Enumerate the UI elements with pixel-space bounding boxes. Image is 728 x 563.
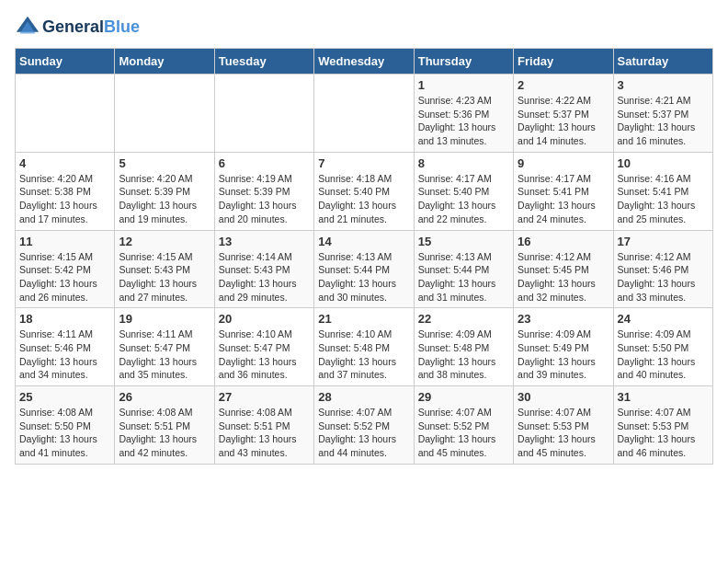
calendar-cell: 21Sunrise: 4:10 AMSunset: 5:48 PMDayligh… — [314, 308, 414, 386]
calendar-cell: 30Sunrise: 4:07 AMSunset: 5:53 PMDayligh… — [514, 386, 613, 465]
day-number: 1 — [418, 78, 509, 92]
day-number: 21 — [318, 312, 409, 326]
day-info: Sunrise: 4:07 AMSunset: 5:52 PMDaylight:… — [318, 406, 409, 460]
calendar-cell: 9Sunrise: 4:17 AMSunset: 5:41 PMDaylight… — [514, 152, 613, 230]
logo-text: GeneralBlue — [42, 18, 140, 37]
day-number: 15 — [418, 235, 509, 248]
day-info: Sunrise: 4:08 AMSunset: 5:51 PMDaylight:… — [219, 406, 310, 460]
day-number: 31 — [618, 390, 709, 404]
day-number: 28 — [318, 390, 409, 404]
day-info: Sunrise: 4:14 AMSunset: 5:43 PMDaylight:… — [219, 250, 310, 304]
day-info: Sunrise: 4:20 AMSunset: 5:39 PMDaylight:… — [119, 172, 210, 226]
calendar-cell — [314, 75, 414, 153]
week-row-3: 11Sunrise: 4:15 AMSunset: 5:42 PMDayligh… — [16, 230, 713, 308]
weekday-header-row: SundayMondayTuesdayWednesdayThursdayFrid… — [16, 49, 713, 75]
day-number: 19 — [119, 312, 210, 326]
day-info: Sunrise: 4:07 AMSunset: 5:52 PMDaylight:… — [418, 406, 509, 460]
day-info: Sunrise: 4:11 AMSunset: 5:47 PMDaylight:… — [119, 327, 210, 382]
day-number: 12 — [119, 235, 210, 248]
day-number: 4 — [19, 156, 110, 170]
day-number: 13 — [219, 235, 310, 248]
day-info: Sunrise: 4:17 AMSunset: 5:40 PMDaylight:… — [418, 172, 509, 226]
day-info: Sunrise: 4:21 AMSunset: 5:37 PMDaylight:… — [618, 94, 709, 148]
page-header: GeneralBlue — [15, 15, 713, 40]
calendar-cell: 27Sunrise: 4:08 AMSunset: 5:51 PMDayligh… — [214, 386, 313, 465]
calendar-cell: 4Sunrise: 4:20 AMSunset: 5:38 PMDaylight… — [16, 152, 115, 230]
day-info: Sunrise: 4:15 AMSunset: 5:42 PMDaylight:… — [19, 250, 110, 304]
calendar-cell: 22Sunrise: 4:09 AMSunset: 5:48 PMDayligh… — [414, 308, 513, 386]
day-number: 3 — [618, 78, 709, 92]
day-number: 23 — [518, 312, 609, 326]
calendar-cell: 3Sunrise: 4:21 AMSunset: 5:37 PMDaylight… — [613, 75, 712, 153]
calendar-cell: 19Sunrise: 4:11 AMSunset: 5:47 PMDayligh… — [115, 308, 214, 386]
calendar-cell: 17Sunrise: 4:12 AMSunset: 5:46 PMDayligh… — [613, 230, 712, 308]
calendar-table: SundayMondayTuesdayWednesdayThursdayFrid… — [15, 48, 713, 465]
week-row-5: 25Sunrise: 4:08 AMSunset: 5:50 PMDayligh… — [16, 386, 713, 465]
day-number: 8 — [418, 156, 509, 170]
calendar-cell: 12Sunrise: 4:15 AMSunset: 5:43 PMDayligh… — [115, 230, 214, 308]
day-number: 22 — [418, 312, 509, 326]
day-number: 18 — [19, 312, 110, 326]
day-number: 27 — [219, 390, 310, 404]
day-info: Sunrise: 4:20 AMSunset: 5:38 PMDaylight:… — [19, 172, 110, 226]
calendar-cell — [214, 75, 313, 153]
day-info: Sunrise: 4:10 AMSunset: 5:48 PMDaylight:… — [318, 327, 409, 382]
calendar-cell: 26Sunrise: 4:08 AMSunset: 5:51 PMDayligh… — [115, 386, 214, 465]
day-number: 6 — [219, 156, 310, 170]
day-info: Sunrise: 4:08 AMSunset: 5:51 PMDaylight:… — [119, 406, 210, 460]
day-number: 24 — [618, 312, 709, 326]
day-info: Sunrise: 4:09 AMSunset: 5:48 PMDaylight:… — [418, 327, 509, 382]
day-info: Sunrise: 4:07 AMSunset: 5:53 PMDaylight:… — [618, 406, 709, 460]
weekday-header-thursday: Thursday — [414, 49, 513, 75]
day-number: 16 — [518, 235, 609, 248]
weekday-header-monday: Monday — [115, 49, 214, 75]
calendar-cell: 2Sunrise: 4:22 AMSunset: 5:37 PMDaylight… — [514, 75, 613, 153]
weekday-header-wednesday: Wednesday — [314, 49, 414, 75]
day-info: Sunrise: 4:15 AMSunset: 5:43 PMDaylight:… — [119, 250, 210, 304]
day-info: Sunrise: 4:10 AMSunset: 5:47 PMDaylight:… — [219, 327, 310, 382]
calendar-cell: 24Sunrise: 4:09 AMSunset: 5:50 PMDayligh… — [613, 308, 712, 386]
day-info: Sunrise: 4:13 AMSunset: 5:44 PMDaylight:… — [418, 250, 509, 304]
day-info: Sunrise: 4:23 AMSunset: 5:36 PMDaylight:… — [418, 94, 509, 148]
day-number: 11 — [19, 235, 110, 248]
calendar-cell — [16, 75, 115, 153]
logo: GeneralBlue — [15, 15, 140, 40]
weekday-header-friday: Friday — [514, 49, 613, 75]
calendar-cell: 10Sunrise: 4:16 AMSunset: 5:41 PMDayligh… — [613, 152, 712, 230]
day-info: Sunrise: 4:19 AMSunset: 5:39 PMDaylight:… — [219, 172, 310, 226]
weekday-header-sunday: Sunday — [16, 49, 115, 75]
calendar-cell: 11Sunrise: 4:15 AMSunset: 5:42 PMDayligh… — [16, 230, 115, 308]
day-number: 14 — [318, 235, 409, 248]
week-row-2: 4Sunrise: 4:20 AMSunset: 5:38 PMDaylight… — [16, 152, 713, 230]
calendar-cell: 18Sunrise: 4:11 AMSunset: 5:46 PMDayligh… — [16, 308, 115, 386]
calendar-cell: 13Sunrise: 4:14 AMSunset: 5:43 PMDayligh… — [214, 230, 313, 308]
calendar-cell: 20Sunrise: 4:10 AMSunset: 5:47 PMDayligh… — [214, 308, 313, 386]
day-info: Sunrise: 4:12 AMSunset: 5:45 PMDaylight:… — [518, 250, 609, 304]
day-info: Sunrise: 4:11 AMSunset: 5:46 PMDaylight:… — [19, 327, 110, 382]
day-info: Sunrise: 4:08 AMSunset: 5:50 PMDaylight:… — [19, 406, 110, 460]
day-info: Sunrise: 4:18 AMSunset: 5:40 PMDaylight:… — [318, 172, 409, 226]
calendar-cell: 29Sunrise: 4:07 AMSunset: 5:52 PMDayligh… — [414, 386, 513, 465]
calendar-cell: 14Sunrise: 4:13 AMSunset: 5:44 PMDayligh… — [314, 230, 414, 308]
day-number: 17 — [618, 235, 709, 248]
calendar-cell: 6Sunrise: 4:19 AMSunset: 5:39 PMDaylight… — [214, 152, 313, 230]
calendar-cell: 7Sunrise: 4:18 AMSunset: 5:40 PMDaylight… — [314, 152, 414, 230]
calendar-cell — [115, 75, 214, 153]
day-number: 10 — [618, 156, 709, 170]
calendar-cell: 23Sunrise: 4:09 AMSunset: 5:49 PMDayligh… — [514, 308, 613, 386]
weekday-header-saturday: Saturday — [613, 49, 712, 75]
day-info: Sunrise: 4:12 AMSunset: 5:46 PMDaylight:… — [618, 250, 709, 304]
day-number: 30 — [518, 390, 609, 404]
week-row-4: 18Sunrise: 4:11 AMSunset: 5:46 PMDayligh… — [16, 308, 713, 386]
calendar-cell: 8Sunrise: 4:17 AMSunset: 5:40 PMDaylight… — [414, 152, 513, 230]
calendar-cell: 5Sunrise: 4:20 AMSunset: 5:39 PMDaylight… — [115, 152, 214, 230]
day-number: 7 — [318, 156, 409, 170]
calendar-cell: 16Sunrise: 4:12 AMSunset: 5:45 PMDayligh… — [514, 230, 613, 308]
day-info: Sunrise: 4:09 AMSunset: 5:49 PMDaylight:… — [518, 327, 609, 382]
day-number: 25 — [19, 390, 110, 404]
day-number: 5 — [119, 156, 210, 170]
day-number: 26 — [119, 390, 210, 404]
day-info: Sunrise: 4:22 AMSunset: 5:37 PMDaylight:… — [518, 94, 609, 148]
day-number: 20 — [219, 312, 310, 326]
day-info: Sunrise: 4:17 AMSunset: 5:41 PMDaylight:… — [518, 172, 609, 226]
